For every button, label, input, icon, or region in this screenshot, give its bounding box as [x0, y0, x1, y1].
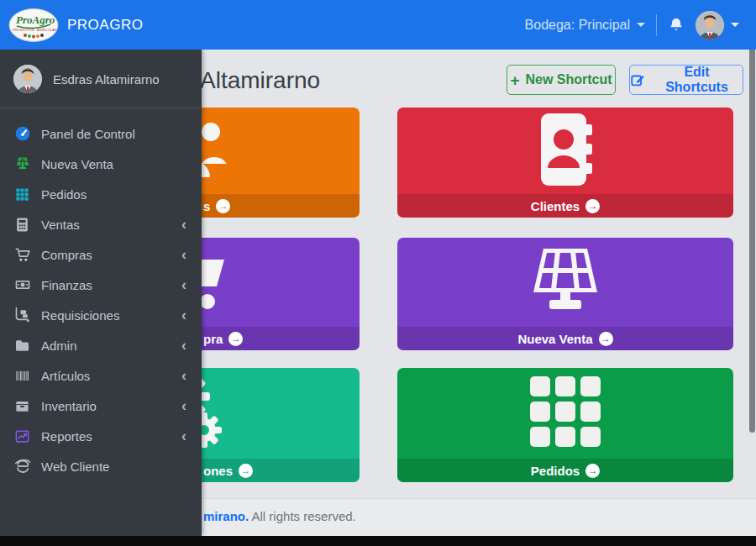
sidebar-item-finanzas[interactable]: Finanzas ‹: [0, 270, 202, 300]
sidebar-item-label: Panel de Control: [41, 127, 192, 141]
sidebar-item-label: Compras: [41, 248, 171, 262]
edit-shortcuts-button[interactable]: Edit Shortcuts: [629, 65, 743, 95]
arrow-circle-icon: →: [228, 332, 243, 346]
new-shortcut-label: New Shortcut: [525, 72, 612, 87]
new-shortcut-button[interactable]: + New Shortcut: [507, 65, 616, 95]
shortcut-tile-nueva-venta[interactable]: Nueva Venta →: [397, 238, 733, 350]
tile-label: Nueva Venta: [517, 332, 592, 346]
arrow-circle-icon: →: [239, 464, 253, 478]
sidebar-item-label: Requisiciones: [41, 308, 171, 323]
chart-line-icon: [13, 428, 31, 445]
navbar-avatar: [696, 11, 724, 39]
brand-link[interactable]: ProAgro PRODUCTOS AGRICOLAS PROAGRO: [0, 0, 202, 50]
sidebar: Esdras Altamirarno Panel de Control: [0, 50, 202, 536]
shortcut-tile-pedidos[interactable]: Pedidos →: [397, 368, 733, 482]
tile-label-fragment: pra: [203, 332, 223, 346]
tile-label-fragment: s: [203, 199, 210, 213]
svg-text:AGRICOLAS: AGRICOLAS: [37, 28, 57, 32]
sidebar-item-label: Finanzas: [41, 278, 171, 292]
navbar-divider: [656, 14, 657, 36]
svg-text:PRODUCTOS: PRODUCTOS: [13, 28, 34, 32]
sidebar-item-label: Web Cliente: [41, 459, 192, 474]
proagro-logo: ProAgro PRODUCTOS AGRICOLAS: [8, 8, 59, 43]
sidebar-item-label: Artículos: [41, 369, 171, 383]
sidebar-item-panel-de-control[interactable]: Panel de Control: [0, 118, 202, 149]
plus-icon: +: [510, 72, 519, 88]
sidebar-item-label: Inventario: [41, 399, 171, 413]
sidebar-user-panel[interactable]: Esdras Altamirarno: [0, 50, 202, 108]
sidebar-item-admin[interactable]: Admin ‹: [0, 330, 202, 360]
sidebar-item-nueva-venta[interactable]: Nueva Venta: [0, 149, 202, 179]
chevron-down-icon: [731, 23, 739, 27]
chevron-left-icon: ‹: [181, 247, 192, 262]
sidebar-scrollbar-thumb[interactable]: [749, 3, 755, 433]
sidebar-item-reportes[interactable]: Reportes ‹: [0, 421, 202, 451]
sidebar-user-name: Esdras Altamirarno: [53, 72, 160, 87]
chevron-left-icon: ‹: [181, 277, 192, 292]
arrow-circle-icon: →: [216, 199, 230, 213]
sidebar-item-web-cliente[interactable]: Web Cliente: [0, 451, 202, 481]
sidebar-item-requisiciones[interactable]: Requisiciones ‹: [0, 300, 202, 330]
tile-label: Clientes: [531, 199, 580, 213]
sidebar-item-inventario[interactable]: Inventario ‹: [0, 391, 202, 421]
sidebar-menu: Panel de Control Nueva Venta: [0, 108, 202, 481]
user-menu-dropdown[interactable]: [696, 11, 739, 39]
box-icon: [13, 397, 31, 415]
arrow-circle-icon: →: [585, 464, 600, 478]
chevron-left-icon: ‹: [181, 428, 192, 444]
user-avatar: [13, 65, 42, 93]
grid-th-icon: [530, 376, 601, 450]
cash-register-icon: [13, 155, 31, 173]
cash-register-icon: [522, 244, 609, 321]
brand-name: PROAGRO: [67, 17, 143, 34]
tile-label: Pedidos: [531, 464, 580, 478]
sidebar-item-articulos[interactable]: Artículos ‹: [0, 360, 202, 391]
folder-icon: [13, 337, 31, 354]
gauge-icon: [13, 125, 31, 143]
chevron-left-icon: ‹: [181, 307, 192, 323]
bodega-label: Bodega: Principal: [525, 18, 630, 33]
sidebar-item-label: Reportes: [41, 429, 171, 444]
chevron-left-icon: ‹: [181, 368, 192, 383]
arrow-circle-icon: →: [599, 332, 613, 346]
cart-icon: [13, 246, 31, 264]
arrow-circle-icon: →: [585, 199, 600, 213]
sidebar-item-ventas[interactable]: Ventas ‹: [0, 209, 202, 239]
sidebar-item-label: Nueva Venta: [41, 157, 192, 171]
sidebar-item-label: Ventas: [41, 218, 171, 232]
edit-pencil-icon: [630, 72, 645, 87]
chevron-left-icon: ‹: [181, 398, 192, 413]
barcode-icon: [13, 367, 31, 385]
bottom-black-strip: [0, 536, 756, 546]
shortcut-tile-clientes[interactable]: Clientes →: [397, 108, 733, 218]
chevron-left-icon: ‹: [181, 338, 192, 353]
chevron-left-icon: ‹: [181, 217, 192, 232]
welcome-heading: Altamirarno: [200, 67, 320, 94]
sidebar-item-compras[interactable]: Compras ‹: [0, 239, 202, 270]
edit-shortcuts-label: Edit Shortcuts: [651, 65, 743, 95]
tile-label-fragment: ones: [203, 464, 233, 478]
chevron-down-icon: [637, 23, 645, 27]
address-book-icon: [528, 111, 603, 192]
sidebar-item-label: Admin: [41, 339, 171, 353]
top-navbar: ProAgro PRODUCTOS AGRICOLAS PROAGRO Bode…: [0, 0, 756, 50]
sidebar-item-pedidos[interactable]: Pedidos: [0, 179, 202, 209]
calculator-icon: [13, 216, 31, 234]
footer-copyright-link[interactable]: mirano.: [203, 509, 249, 523]
sidebar-item-label: Pedidos: [41, 187, 192, 202]
notifications-bell-icon[interactable]: [668, 17, 685, 34]
dolly-icon: [13, 307, 31, 324]
ie-browser-icon: [13, 458, 31, 475]
footer-rights-text: All rights reserved.: [252, 509, 356, 523]
money-bill-icon: [13, 276, 31, 294]
grid-icon: [13, 186, 31, 203]
bodega-dropdown[interactable]: Bodega: Principal: [525, 18, 645, 33]
